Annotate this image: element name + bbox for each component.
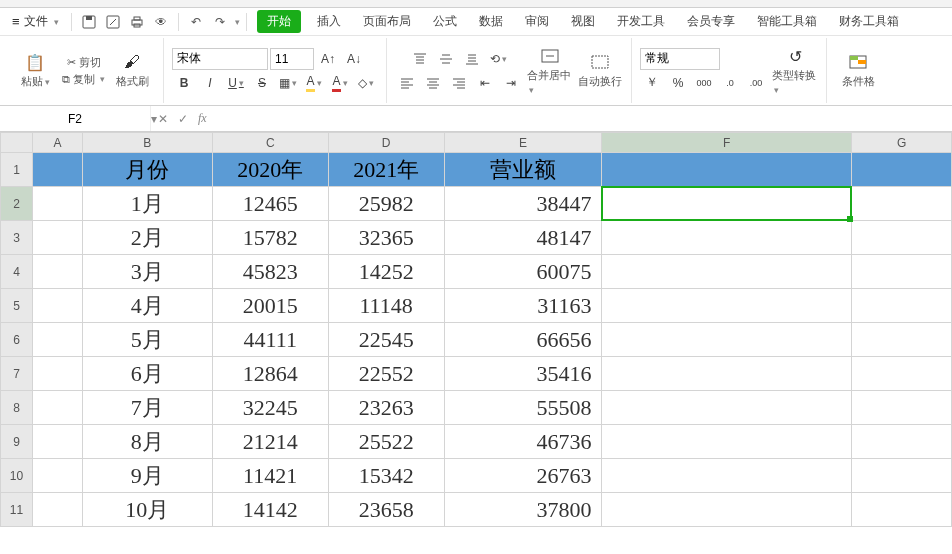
cell-G4[interactable] bbox=[852, 255, 952, 289]
accept-formula-icon[interactable]: ✓ bbox=[178, 112, 188, 126]
cell-B8[interactable]: 7月 bbox=[82, 391, 212, 425]
cell-E5[interactable]: 31163 bbox=[444, 289, 602, 323]
save-as-icon[interactable] bbox=[102, 11, 124, 33]
cell-G8[interactable] bbox=[852, 391, 952, 425]
cell-D4[interactable]: 14252 bbox=[328, 255, 444, 289]
tab-view[interactable]: 视图 bbox=[561, 9, 605, 34]
type-convert-button[interactable]: ↺类型转换▾ bbox=[772, 46, 818, 95]
tab-member[interactable]: 会员专享 bbox=[677, 9, 745, 34]
cell-D5[interactable]: 11148 bbox=[328, 289, 444, 323]
cancel-formula-icon[interactable]: ✕ bbox=[158, 112, 168, 126]
tab-smart-tools[interactable]: 智能工具箱 bbox=[747, 9, 827, 34]
underline-button[interactable]: U▾ bbox=[224, 72, 248, 94]
cell-F8[interactable] bbox=[602, 391, 852, 425]
cell-C7[interactable]: 12864 bbox=[212, 357, 328, 391]
cell-F11[interactable] bbox=[602, 493, 852, 527]
italic-button[interactable]: I bbox=[198, 72, 222, 94]
strikethrough-button[interactable]: S bbox=[250, 72, 274, 94]
cell-B11[interactable]: 10月 bbox=[82, 493, 212, 527]
align-center-button[interactable] bbox=[421, 72, 445, 94]
select-all-corner[interactable] bbox=[1, 133, 33, 153]
col-header-E[interactable]: E bbox=[444, 133, 602, 153]
clear-format-button[interactable]: ◇▾ bbox=[354, 72, 378, 94]
cell-D1[interactable]: 2021年 bbox=[328, 153, 444, 187]
cell-B7[interactable]: 6月 bbox=[82, 357, 212, 391]
comma-button[interactable]: 000 bbox=[692, 72, 716, 94]
row-header[interactable]: 11 bbox=[1, 493, 33, 527]
currency-button[interactable]: ￥ bbox=[640, 72, 664, 94]
increase-font-button[interactable]: A↑ bbox=[316, 48, 340, 70]
tab-page-layout[interactable]: 页面布局 bbox=[353, 9, 421, 34]
font-color-button[interactable]: A▾ bbox=[328, 72, 352, 94]
cell-C1[interactable]: 2020年 bbox=[212, 153, 328, 187]
cell-G6[interactable] bbox=[852, 323, 952, 357]
wrap-text-button[interactable]: 自动换行 bbox=[577, 52, 623, 89]
align-middle-button[interactable] bbox=[434, 48, 458, 70]
tab-start[interactable]: 开始 bbox=[257, 10, 301, 33]
align-left-button[interactable] bbox=[395, 72, 419, 94]
cell-E10[interactable]: 26763 bbox=[444, 459, 602, 493]
row-header[interactable]: 1 bbox=[1, 153, 33, 187]
undo-icon[interactable]: ↶ bbox=[185, 11, 207, 33]
indent-increase-button[interactable]: ⇥ bbox=[499, 72, 523, 94]
cell-C4[interactable]: 45823 bbox=[212, 255, 328, 289]
col-header-C[interactable]: C bbox=[212, 133, 328, 153]
row-header[interactable]: 10 bbox=[1, 459, 33, 493]
border-button[interactable]: ▦▾ bbox=[276, 72, 300, 94]
tab-finance-tools[interactable]: 财务工具箱 bbox=[829, 9, 909, 34]
cell-B2[interactable]: 1月 bbox=[82, 187, 212, 221]
cell-B4[interactable]: 3月 bbox=[82, 255, 212, 289]
cell-E3[interactable]: 48147 bbox=[444, 221, 602, 255]
format-painter-button[interactable]: 🖌格式刷 bbox=[109, 52, 155, 89]
fx-icon[interactable]: fx bbox=[198, 111, 207, 126]
name-box-input[interactable] bbox=[0, 106, 150, 131]
print-preview-icon[interactable]: 👁 bbox=[150, 11, 172, 33]
cell-A10[interactable] bbox=[32, 459, 82, 493]
cell-E2[interactable]: 38447 bbox=[444, 187, 602, 221]
cell-D11[interactable]: 23658 bbox=[328, 493, 444, 527]
chevron-down-icon[interactable]: ▾ bbox=[235, 17, 240, 27]
cell-C6[interactable]: 44111 bbox=[212, 323, 328, 357]
cell-G9[interactable] bbox=[852, 425, 952, 459]
row-header[interactable]: 8 bbox=[1, 391, 33, 425]
conditional-format-button[interactable]: 条件格 bbox=[835, 52, 881, 89]
row-header[interactable]: 2 bbox=[1, 187, 33, 221]
cell-D10[interactable]: 15342 bbox=[328, 459, 444, 493]
cell-D6[interactable]: 22545 bbox=[328, 323, 444, 357]
cell-E4[interactable]: 60075 bbox=[444, 255, 602, 289]
align-top-button[interactable] bbox=[408, 48, 432, 70]
decrease-font-button[interactable]: A↓ bbox=[342, 48, 366, 70]
paste-button[interactable]: 📋粘贴▾ bbox=[12, 52, 58, 89]
merge-center-button[interactable]: 合并居中▾ bbox=[527, 46, 573, 95]
cell-C5[interactable]: 20015 bbox=[212, 289, 328, 323]
row-header[interactable]: 4 bbox=[1, 255, 33, 289]
fill-color-button[interactable]: A▾ bbox=[302, 72, 326, 94]
cell-A6[interactable] bbox=[32, 323, 82, 357]
cell-C3[interactable]: 15782 bbox=[212, 221, 328, 255]
cell-G2[interactable] bbox=[852, 187, 952, 221]
cell-G5[interactable] bbox=[852, 289, 952, 323]
cell-A11[interactable] bbox=[32, 493, 82, 527]
redo-icon[interactable]: ↷ bbox=[209, 11, 231, 33]
cell-F3[interactable] bbox=[602, 221, 852, 255]
cell-E8[interactable]: 55508 bbox=[444, 391, 602, 425]
row-header[interactable]: 9 bbox=[1, 425, 33, 459]
cell-A3[interactable] bbox=[32, 221, 82, 255]
cell-C2[interactable]: 12465 bbox=[212, 187, 328, 221]
cell-F1[interactable] bbox=[602, 153, 852, 187]
cell-C9[interactable]: 21214 bbox=[212, 425, 328, 459]
cell-E11[interactable]: 37800 bbox=[444, 493, 602, 527]
tab-insert[interactable]: 插入 bbox=[307, 9, 351, 34]
cell-E6[interactable]: 66656 bbox=[444, 323, 602, 357]
font-size-combo[interactable] bbox=[270, 48, 314, 70]
row-header[interactable]: 7 bbox=[1, 357, 33, 391]
cut-button[interactable]: ✂剪切 bbox=[67, 55, 101, 70]
cell-D7[interactable]: 22552 bbox=[328, 357, 444, 391]
col-header-F[interactable]: F bbox=[602, 133, 852, 153]
cell-C10[interactable]: 11421 bbox=[212, 459, 328, 493]
cell-C8[interactable]: 32245 bbox=[212, 391, 328, 425]
cell-F7[interactable] bbox=[602, 357, 852, 391]
cell-G10[interactable] bbox=[852, 459, 952, 493]
percent-button[interactable]: % bbox=[666, 72, 690, 94]
col-header-B[interactable]: B bbox=[82, 133, 212, 153]
